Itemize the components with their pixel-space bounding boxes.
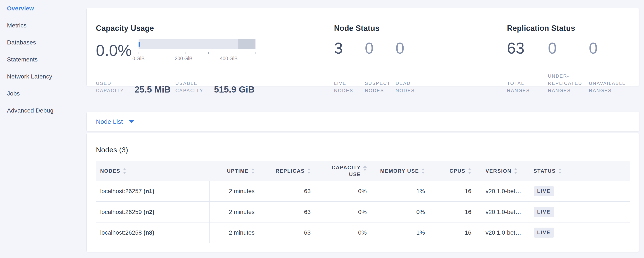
live-nodes-label: Live Nodes <box>334 80 365 94</box>
suspect-nodes-value: 0 <box>365 39 396 57</box>
axis-label-200: 200 GiB <box>175 56 192 61</box>
node-id: (n2) <box>144 209 154 215</box>
replication-status-labels: Total Ranges Under-Replicated Ranges Una… <box>507 73 630 94</box>
table-row-n3[interactable]: localhost:26258 (n3) 2 minutes 63 0% 1% … <box>96 222 630 243</box>
column-header-memory-use[interactable]: Memory Use <box>369 161 427 181</box>
replication-status-title: Replication Status <box>507 24 630 33</box>
version-cell: v20.1.0-bet… <box>474 222 531 243</box>
live-nodes-value: 3 <box>334 39 365 57</box>
uptime-cell: 2 minutes <box>210 181 257 202</box>
replicas-cell: 63 <box>257 181 313 202</box>
sort-icon <box>363 166 367 171</box>
view-selector-card: Node List <box>86 112 639 132</box>
usable-capacity-metric: Usable Capacity 515.9 GiB <box>175 80 254 94</box>
capacity-bar-used-indicator <box>138 42 140 47</box>
uptime-cell: 2 minutes <box>210 222 257 243</box>
sidebar-item-overview[interactable]: Overview <box>0 0 86 17</box>
sort-icon <box>514 168 517 174</box>
sort-icon <box>251 168 255 174</box>
sort-icon <box>123 168 126 174</box>
node-id: (n3) <box>144 229 154 236</box>
main-content: Capacity Usage 0.0% 0 GiB 200 Gi <box>86 0 639 252</box>
sort-icon <box>558 168 562 174</box>
usable-capacity-label: Usable Capacity <box>175 80 211 94</box>
table-row-n1[interactable]: localhost:26257 (n1) 2 minutes 63 0% 1% … <box>96 181 630 202</box>
column-header-replicas[interactable]: Replicas <box>257 161 313 181</box>
unavailable-ranges-value: 0 <box>589 39 630 57</box>
capacity-use-cell: 0% <box>313 222 369 243</box>
node-address-link[interactable]: localhost:26258 <box>100 229 142 236</box>
capacity-bar-reserved-segment <box>238 39 256 49</box>
column-header-nodes[interactable]: Nodes <box>96 161 210 181</box>
table-header-row: Nodes Uptime Replicas Capacity Use Memor… <box>96 161 630 181</box>
table-row-n2[interactable]: localhost:26259 (n2) 2 minutes 63 0% 0% … <box>96 202 630 222</box>
column-header-status[interactable]: Status <box>531 161 630 181</box>
sidebar-item-advanced-debug[interactable]: Advanced Debug <box>0 102 86 119</box>
node-address-link[interactable]: localhost:26259 <box>100 209 142 215</box>
sidebar-item-network-latency[interactable]: Network Latency <box>0 68 86 85</box>
sidebar-item-jobs[interactable]: Jobs <box>0 85 86 102</box>
column-header-capacity-use[interactable]: Capacity Use <box>313 161 369 181</box>
admin-ui-page: Overview Metrics Databases Statements Ne… <box>0 0 644 258</box>
node-status-title: Node Status <box>334 24 507 33</box>
capacity-gauge-row: 0.0% 0 GiB 200 GiB 400 GiB <box>96 39 334 62</box>
cluster-summary-card: Capacity Usage 0.0% 0 GiB 200 Gi <box>86 8 639 86</box>
sidebar-item-databases[interactable]: Databases <box>0 34 86 51</box>
capacity-bar-chart: 0 GiB 200 GiB 400 GiB <box>138 39 256 62</box>
sidebar-item-statements[interactable]: Statements <box>0 51 86 68</box>
node-list-dropdown-label: Node List <box>96 118 123 125</box>
cpus-cell: 16 <box>427 202 474 222</box>
sort-icon <box>468 168 471 174</box>
sidebar-item-metrics[interactable]: Metrics <box>0 17 86 34</box>
memory-use-cell: 1% <box>369 181 427 202</box>
chevron-down-icon <box>129 120 134 123</box>
version-cell: v20.1.0-bet… <box>474 181 531 202</box>
dead-nodes-label: Dead Nodes <box>396 80 426 94</box>
node-id: (n1) <box>144 188 154 194</box>
replicas-cell: 63 <box>257 202 313 222</box>
sidebar: Overview Metrics Databases Statements Ne… <box>0 0 86 119</box>
axis-label-400: 400 GiB <box>220 56 238 61</box>
column-header-uptime[interactable]: Uptime <box>210 161 257 181</box>
capacity-axis-labels: 0 GiB 200 GiB 400 GiB <box>138 56 256 62</box>
node-status-values: 3 0 0 <box>334 39 507 57</box>
under-replicated-ranges-label: Under-Replicated Ranges <box>548 73 589 94</box>
nodes-heading: Nodes (3) <box>96 145 630 154</box>
capacity-use-cell: 0% <box>313 181 369 202</box>
replication-status-section: Replication Status 63 0 0 Total Ranges U… <box>507 8 630 86</box>
capacity-metrics: Used Capacity 25.5 MiB Usable Capacity 5… <box>96 80 334 94</box>
total-ranges-value: 63 <box>507 39 548 57</box>
used-capacity-value: 25.5 MiB <box>134 85 170 94</box>
uptime-cell: 2 minutes <box>210 202 257 222</box>
used-capacity-metric: Used Capacity 25.5 MiB <box>96 80 170 94</box>
replicas-cell: 63 <box>257 222 313 243</box>
column-header-cpus[interactable]: CPUs <box>427 161 474 181</box>
capacity-usage-section: Capacity Usage 0.0% 0 GiB 200 Gi <box>96 8 334 86</box>
axis-label-0: 0 GiB <box>132 56 145 61</box>
sort-icon <box>307 168 311 174</box>
node-address-link[interactable]: localhost:26257 <box>100 188 142 194</box>
capacity-axis-ticks <box>138 52 256 54</box>
suspect-nodes-label: Suspect Nodes <box>365 80 396 94</box>
cpus-cell: 16 <box>427 181 474 202</box>
used-capacity-label: Used Capacity <box>96 80 132 94</box>
node-list-dropdown[interactable]: Node List <box>96 118 134 125</box>
nodes-table: Nodes Uptime Replicas Capacity Use Memor… <box>96 161 630 243</box>
column-header-version[interactable]: Version <box>474 161 531 181</box>
unavailable-ranges-label: Unavailable Ranges <box>589 80 630 94</box>
capacity-use-cell: 0% <box>313 202 369 222</box>
dead-nodes-value: 0 <box>396 39 426 57</box>
under-replicated-ranges-value: 0 <box>548 39 589 57</box>
node-status-section: Node Status 3 0 0 Live Nodes Suspect Nod… <box>334 8 507 86</box>
capacity-bar-track <box>138 39 256 49</box>
total-ranges-label: Total Ranges <box>507 80 548 94</box>
cpus-cell: 16 <box>427 222 474 243</box>
status-badge: LIVE <box>534 228 554 237</box>
memory-use-cell: 1% <box>369 222 427 243</box>
version-cell: v20.1.0-bet… <box>474 202 531 222</box>
capacity-percent-value: 0.0% <box>96 42 132 60</box>
status-badge: LIVE <box>534 186 554 196</box>
usable-capacity-value: 515.9 GiB <box>214 85 254 94</box>
nodes-table-card: Nodes (3) Nodes Uptime Replicas Capacity… <box>86 133 639 252</box>
sort-icon <box>422 168 425 174</box>
